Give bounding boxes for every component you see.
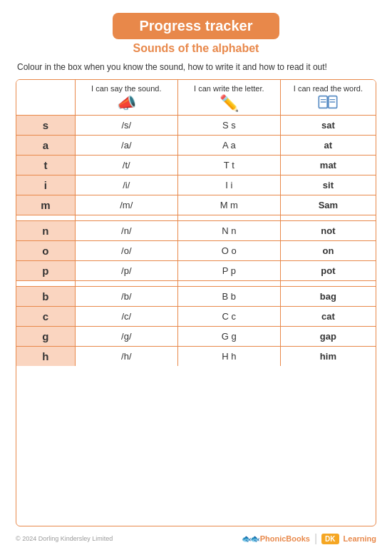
title-box: Progress tracker bbox=[113, 13, 280, 39]
book-icon bbox=[318, 94, 338, 110]
footer: © 2024 Dorling Kindersley Limited 🐟🐟Phon… bbox=[16, 532, 376, 545]
letter-cell: s bbox=[16, 116, 75, 136]
page-title: Progress tracker bbox=[140, 18, 253, 34]
read-cell: pot bbox=[280, 261, 376, 281]
say-cell: /n/ bbox=[75, 221, 177, 241]
letter-cell: p bbox=[16, 261, 75, 281]
say-cell: /c/ bbox=[75, 307, 177, 327]
letter-cell: o bbox=[16, 241, 75, 261]
table-row: s/s/S ssat bbox=[16, 116, 376, 136]
write-cell: N n bbox=[177, 221, 280, 241]
table-row: c/c/C ccat bbox=[16, 307, 376, 327]
say-cell: /m/ bbox=[75, 195, 177, 215]
pencil-icon: ✏️ bbox=[220, 94, 239, 113]
col-read-label: I can read the word. bbox=[294, 84, 363, 93]
say-cell: /g/ bbox=[75, 327, 177, 347]
dk-learning-label: Learning bbox=[344, 534, 376, 543]
say-cell: /o/ bbox=[75, 241, 177, 261]
write-cell: A a bbox=[177, 136, 280, 156]
megaphone-icon: 📣 bbox=[117, 94, 136, 113]
letter-cell: c bbox=[16, 307, 75, 327]
col-header-write: I can write the letter. ✏️ bbox=[177, 80, 280, 116]
footer-brands: 🐟🐟PhonicBooks | DK Learning bbox=[242, 532, 376, 545]
table-row: m/m/M mSam bbox=[16, 195, 376, 215]
col-header-read: I can read the word. bbox=[280, 80, 376, 116]
table-body: s/s/S ssata/a/A aatt/t/T tmati/i/I isitm… bbox=[16, 116, 376, 367]
read-cell: sat bbox=[280, 116, 376, 136]
table-row: o/o/O oon bbox=[16, 241, 376, 261]
table-row: g/g/G ggap bbox=[16, 327, 376, 347]
table-row: i/i/I isit bbox=[16, 175, 376, 195]
read-cell: gap bbox=[280, 327, 376, 347]
col-header-letter bbox=[16, 80, 75, 116]
subtitle: Sounds of the alphabet bbox=[133, 42, 259, 55]
read-cell: mat bbox=[280, 156, 376, 175]
read-cell: not bbox=[280, 221, 376, 241]
col-write-label: I can write the letter. bbox=[194, 84, 264, 93]
read-cell: him bbox=[280, 347, 376, 367]
col-say-label: I can say the sound. bbox=[91, 84, 161, 93]
read-cell: on bbox=[280, 241, 376, 261]
write-cell: O o bbox=[177, 241, 280, 261]
copyright: © 2024 Dorling Kindersley Limited bbox=[16, 535, 113, 542]
read-cell: cat bbox=[280, 307, 376, 327]
table-header-row: I can say the sound. 📣 I can write the l… bbox=[16, 80, 376, 116]
write-cell: G g bbox=[177, 327, 280, 347]
write-cell: S s bbox=[177, 116, 280, 136]
read-cell: bag bbox=[280, 287, 376, 307]
group-separator bbox=[16, 281, 376, 287]
letter-cell: h bbox=[16, 347, 75, 367]
header: Progress tracker Sounds of the alphabet bbox=[16, 13, 376, 55]
say-cell: /b/ bbox=[75, 287, 177, 307]
letter-cell: m bbox=[16, 195, 75, 215]
table-row: t/t/T tmat bbox=[16, 156, 376, 175]
letter-cell: a bbox=[16, 136, 75, 156]
write-cell: P p bbox=[177, 261, 280, 281]
separator: | bbox=[314, 532, 317, 545]
read-cell: at bbox=[280, 136, 376, 156]
dk-badge: DK bbox=[321, 534, 339, 544]
phonic-books-label: 🐟PhonicBooks bbox=[250, 534, 310, 543]
letter-cell: t bbox=[16, 156, 75, 175]
progress-table: I can say the sound. 📣 I can write the l… bbox=[16, 80, 376, 366]
group-separator bbox=[16, 215, 376, 221]
tracker-table: I can say the sound. 📣 I can write the l… bbox=[16, 79, 376, 526]
write-cell: B b bbox=[177, 287, 280, 307]
table-row: a/a/A aat bbox=[16, 136, 376, 156]
write-cell: T t bbox=[177, 156, 280, 175]
table-row: b/b/B bbag bbox=[16, 287, 376, 307]
say-cell: /s/ bbox=[75, 116, 177, 136]
phonic-books-brand: 🐟🐟PhonicBooks bbox=[242, 534, 310, 544]
write-cell: M m bbox=[177, 195, 280, 215]
instruction: Colour in the box when you know the soun… bbox=[17, 62, 376, 72]
table-row: h/h/H hhim bbox=[16, 347, 376, 367]
letter-cell: b bbox=[16, 287, 75, 307]
say-cell: /t/ bbox=[75, 156, 177, 175]
say-cell: /a/ bbox=[75, 136, 177, 156]
read-cell: sit bbox=[280, 175, 376, 195]
write-cell: I i bbox=[177, 175, 280, 195]
table-row: n/n/N nnot bbox=[16, 221, 376, 241]
letter-cell: n bbox=[16, 221, 75, 241]
say-cell: /p/ bbox=[75, 261, 177, 281]
letter-cell: g bbox=[16, 327, 75, 347]
table-row: p/p/P ppot bbox=[16, 261, 376, 281]
write-cell: C c bbox=[177, 307, 280, 327]
say-cell: /h/ bbox=[75, 347, 177, 367]
say-cell: /i/ bbox=[75, 175, 177, 195]
page: Progress tracker Sounds of the alphabet … bbox=[0, 0, 392, 555]
letter-cell: i bbox=[16, 175, 75, 195]
read-cell: Sam bbox=[280, 195, 376, 215]
col-header-say: I can say the sound. 📣 bbox=[75, 80, 177, 116]
write-cell: H h bbox=[177, 347, 280, 367]
